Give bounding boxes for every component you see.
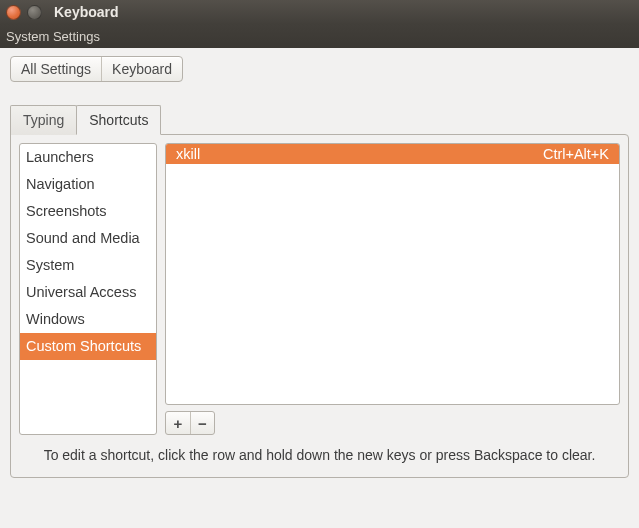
sidebar-item-category[interactable]: Launchers — [20, 144, 156, 171]
hint-text: To edit a shortcut, click the row and ho… — [19, 435, 620, 469]
sidebar-item-category[interactable]: Screenshots — [20, 198, 156, 225]
sidebar-item-category[interactable]: Sound and Media — [20, 225, 156, 252]
titlebar: Keyboard — [0, 0, 639, 24]
add-button[interactable]: + — [166, 412, 190, 434]
add-remove-toolbar: + − — [165, 411, 215, 435]
remove-button[interactable]: − — [190, 412, 214, 434]
shortcut-list: xkillCtrl+Alt+K — [165, 143, 620, 405]
shortcut-name: xkill — [176, 146, 543, 162]
tabs: Typing Shortcuts — [10, 105, 629, 135]
tab-typing[interactable]: Typing — [10, 105, 77, 135]
tab-panel-shortcuts: LaunchersNavigationScreenshotsSound and … — [10, 134, 629, 478]
breadcrumb: All Settings Keyboard — [10, 56, 183, 82]
menubar: System Settings — [0, 24, 639, 48]
app-menu-label[interactable]: System Settings — [6, 29, 100, 44]
breadcrumb-current[interactable]: Keyboard — [101, 57, 182, 81]
minimize-icon[interactable] — [27, 5, 42, 20]
sidebar-item-category[interactable]: Universal Access — [20, 279, 156, 306]
tab-shortcuts[interactable]: Shortcuts — [76, 105, 161, 135]
sidebar-item-category[interactable]: Navigation — [20, 171, 156, 198]
category-list: LaunchersNavigationScreenshotsSound and … — [19, 143, 157, 435]
window-title: Keyboard — [54, 4, 119, 20]
sidebar-item-category[interactable]: Custom Shortcuts — [20, 333, 156, 360]
sidebar-item-category[interactable]: System — [20, 252, 156, 279]
close-icon[interactable] — [6, 5, 21, 20]
all-settings-button[interactable]: All Settings — [11, 57, 101, 81]
shortcut-row[interactable]: xkillCtrl+Alt+K — [166, 144, 619, 164]
sidebar-item-category[interactable]: Windows — [20, 306, 156, 333]
shortcut-accel: Ctrl+Alt+K — [543, 146, 609, 162]
